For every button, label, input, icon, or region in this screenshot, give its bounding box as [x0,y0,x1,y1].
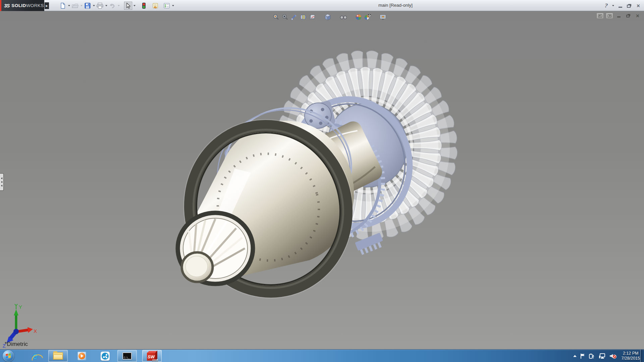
save-button[interactable] [84,2,92,10]
taskbar-share-app[interactable] [95,350,115,362]
logo-text-works: WORKS [26,3,44,8]
show-hidden-icons-button[interactable] [573,355,577,357]
taskbar-media-player[interactable] [72,350,92,362]
help-button[interactable]: ? [602,2,610,9]
jet-engine-model: Y X Z [0,11,644,349]
open-dropdown[interactable] [79,2,84,10]
volume-muted-icon[interactable] [609,353,617,359]
taskbar-windows-explorer[interactable] [48,350,68,362]
title-bar: 3S SOLIDWORKS ▶ [0,0,644,11]
menu-expand-arrow[interactable]: ▶ [45,2,49,9]
logo-text-solid: SOLID [11,3,26,8]
taskbar-solidworks[interactable]: SW 2015 [142,350,162,362]
media-player-icon [77,352,86,360]
internet-explorer-icon: e [33,352,38,360]
ds-logo-mark: 3S [4,3,9,8]
solidworks-logo: 3S SOLIDWORKS [1,0,44,11]
restore-button[interactable] [625,2,633,9]
options-button[interactable] [163,2,171,10]
taskbar-command-prompt[interactable]: C:\_ [117,350,137,362]
network-icon[interactable] [598,353,606,359]
standard-toolbar [59,1,175,10]
start-button[interactable] [3,350,14,362]
open-button[interactable] [71,2,79,10]
taskbar-clock[interactable]: 2:12 PM 7/28/2015 [621,351,640,361]
show-desktop-button[interactable] [640,350,644,362]
axis-y-label: Y [19,304,22,310]
new-dropdown[interactable] [67,2,71,10]
windows-logo-icon [6,353,11,359]
axis-x-label: X [34,328,37,334]
solidworks-app-icon: SW 2015 [147,351,157,361]
taskbar-internet-explorer[interactable]: e [25,350,45,362]
minimize-button[interactable] [616,2,624,9]
tray-time: 2:12 PM [623,351,639,356]
options-dropdown[interactable] [171,2,175,10]
folder-icon [53,352,63,360]
print-dropdown[interactable] [104,2,108,10]
save-dropdown[interactable] [92,2,96,10]
rebuild-traffic-light-button[interactable] [140,2,148,10]
new-document-button[interactable] [59,2,67,10]
select-tool-button[interactable] [124,2,132,10]
print-button[interactable] [96,2,104,10]
command-prompt-icon: C:\_ [122,352,132,360]
window-controls: ? ✕ [602,2,642,10]
file-properties-button[interactable] [151,2,159,10]
graphics-viewport[interactable]: ✕ [0,11,644,349]
system-tray: 2:12 PM 7/28/2015 [573,350,640,362]
windows-taskbar: e C:\_ SW 2015 [0,349,644,362]
select-dropdown[interactable] [132,2,137,10]
tray-date: 7/28/2015 [621,356,640,361]
undo-button[interactable] [108,2,116,10]
undo-dropdown[interactable] [116,2,121,10]
share-app-icon [101,352,110,361]
help-dropdown[interactable] [611,2,615,10]
view-orientation-label: *Dimetric [5,341,28,348]
window-title: main [Read-only] [378,3,413,8]
power-plug-icon[interactable] [589,353,595,359]
action-center-flag-icon[interactable] [580,353,586,359]
turbine-mouth [178,213,253,284]
close-button[interactable]: ✕ [634,2,642,9]
